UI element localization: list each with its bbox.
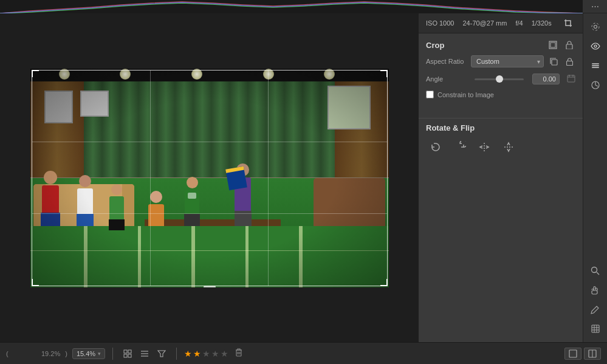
flip-vertical-button[interactable] xyxy=(499,139,518,156)
svg-rect-28 xyxy=(124,354,127,357)
yard-line-3 xyxy=(191,226,195,287)
divider-2 xyxy=(176,348,177,360)
list-view-btn[interactable] xyxy=(137,348,152,360)
options-icon: ⋯ xyxy=(591,2,599,11)
rotate-flip-buttons xyxy=(426,139,575,156)
right-panel-container: ISO 1000 24-70@27 mm f/4 1/320s Crop xyxy=(419,13,607,342)
histogram-strip: ⋯ xyxy=(0,0,607,13)
aspect-ratio-row: Aspect Ratio Custom Original 1:1 4:3 16:… xyxy=(426,55,575,67)
filter-btn[interactable] xyxy=(154,348,169,360)
svg-rect-26 xyxy=(124,350,127,353)
tool-hand[interactable] xyxy=(587,281,604,298)
angle-slider[interactable] xyxy=(475,78,524,80)
rotate-flip-title: Rotate & Flip xyxy=(426,123,575,132)
aspect-ratio-select-wrapper[interactable]: Custom Original 1:1 4:3 16:9 xyxy=(471,55,544,67)
constrain-row: Constrain to Image xyxy=(426,91,575,98)
yard-line-4 xyxy=(245,226,249,287)
main-content: ISO 1000 24-70@27 mm f/4 1/320s Crop xyxy=(0,13,607,342)
constrain-label[interactable]: Constrain to Image xyxy=(437,91,494,98)
camera-info-bar: ISO 1000 24-70@27 mm f/4 1/320s xyxy=(419,13,583,33)
camera-tools xyxy=(561,17,575,29)
lock-aspect-icon[interactable] xyxy=(564,57,575,67)
poster-1 xyxy=(44,91,73,123)
tool-options[interactable] xyxy=(587,18,604,35)
poster-3 xyxy=(328,86,371,129)
crop-panel-content: Aspect Ratio Custom Original 1:1 4:3 16:… xyxy=(419,55,583,113)
right-tool-strip xyxy=(583,13,607,342)
ceiling xyxy=(30,69,389,82)
bottom-bar: ( 19.2% ) 15.4% ▾ xyxy=(0,342,607,364)
banner xyxy=(225,166,247,190)
star-3[interactable]: ★ xyxy=(202,349,210,359)
svg-rect-21 xyxy=(592,325,599,332)
calendar-icon xyxy=(567,74,575,84)
split-view-btn[interactable] xyxy=(584,348,601,360)
copy-icon[interactable] xyxy=(547,57,560,67)
grid-view-btn[interactable] xyxy=(120,348,135,360)
person-2 xyxy=(77,175,94,226)
table-top xyxy=(145,219,281,226)
tool-grid[interactable] xyxy=(587,320,604,337)
person-5 xyxy=(184,177,200,226)
svg-marker-33 xyxy=(158,351,165,357)
light-3 xyxy=(191,69,202,80)
star-2[interactable]: ★ xyxy=(193,349,201,359)
star-1[interactable]: ★ xyxy=(184,349,192,359)
svg-rect-3 xyxy=(552,60,557,65)
aspect-ratio-label: Aspect Ratio xyxy=(426,58,471,65)
yard-line-1 xyxy=(84,226,87,287)
couch-right xyxy=(314,178,385,233)
divider-1 xyxy=(112,348,113,360)
star-5[interactable]: ★ xyxy=(221,349,228,359)
lock-icon[interactable] xyxy=(563,39,575,50)
person-4 xyxy=(148,191,164,226)
delete-button[interactable] xyxy=(233,346,244,360)
aspect-ratio-control: Custom Original 1:1 4:3 16:9 xyxy=(471,55,575,67)
svg-rect-16 xyxy=(592,67,599,68)
aspect-ratio-select[interactable]: Custom Original 1:1 4:3 16:9 xyxy=(471,55,544,67)
svg-point-11 xyxy=(594,26,597,29)
tool-adjust[interactable] xyxy=(587,77,604,94)
stars-container: ★ ★ ★ ★ ★ xyxy=(184,346,244,360)
angle-input[interactable]: 0.00 xyxy=(532,74,560,84)
svg-rect-27 xyxy=(128,350,131,353)
light-5 xyxy=(324,69,335,80)
photo-image xyxy=(30,69,389,287)
crop-panel-header: Crop xyxy=(419,33,583,55)
top-right-icon[interactable]: ⋯ xyxy=(583,0,607,13)
zoom-dropdown[interactable]: 15.4% ▾ xyxy=(72,348,105,359)
tool-eye[interactable] xyxy=(587,38,604,55)
tool-layers[interactable] xyxy=(587,57,604,74)
tool-search[interactable] xyxy=(587,262,604,279)
poster-2 xyxy=(80,91,109,117)
star-4[interactable]: ★ xyxy=(211,349,219,359)
rotate-cw-button[interactable] xyxy=(450,139,470,156)
crop-straighten-icon[interactable] xyxy=(561,17,575,29)
person-3 xyxy=(109,184,125,230)
svg-rect-15 xyxy=(592,65,599,66)
person-1 xyxy=(41,171,60,226)
svg-rect-4 xyxy=(567,61,573,65)
iso-value: ISO 1000 xyxy=(426,19,454,27)
histogram-canvas xyxy=(0,0,583,13)
shutter-value: 1/320s xyxy=(532,19,552,27)
constrain-checkbox[interactable] xyxy=(426,91,434,98)
zoom-percent-value: 19.2% xyxy=(41,350,60,357)
tool-brush[interactable] xyxy=(587,301,604,318)
rotate-ccw-button[interactable] xyxy=(426,139,445,156)
flip-horizontal-button[interactable] xyxy=(475,139,494,156)
bottom-view-icons xyxy=(120,348,169,360)
photo-scene xyxy=(30,69,389,287)
crop-presets-icon[interactable] xyxy=(546,39,560,50)
yard-line-2 xyxy=(138,226,142,287)
curtain-center xyxy=(84,81,335,177)
rotate-flip-section: Rotate & Flip xyxy=(419,123,583,163)
svg-point-12 xyxy=(592,23,599,30)
zoom-paren-close: ) xyxy=(65,350,67,357)
light-4 xyxy=(263,69,274,80)
section-divider xyxy=(419,118,583,118)
svg-rect-2 xyxy=(566,44,572,49)
svg-rect-20 xyxy=(592,290,597,294)
single-view-btn[interactable] xyxy=(564,348,581,360)
svg-rect-29 xyxy=(128,354,131,357)
